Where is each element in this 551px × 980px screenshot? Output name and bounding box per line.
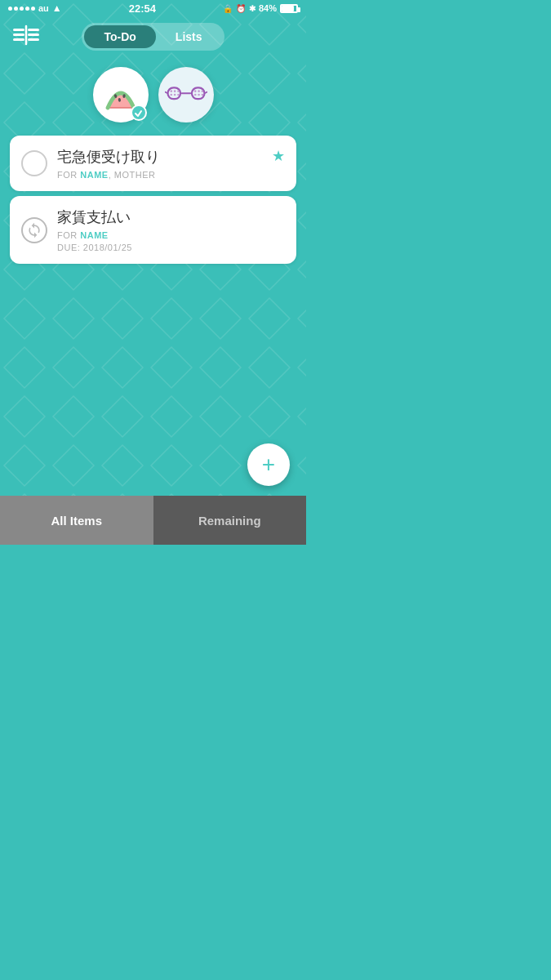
due-label-2: DUE:	[57, 243, 80, 252]
add-button[interactable]: +	[247, 443, 290, 486]
svg-point-20	[177, 94, 180, 96]
task-due-2: DUE: 2018/01/25	[57, 243, 285, 252]
svg-rect-13	[167, 87, 180, 99]
battery-icon	[280, 4, 298, 13]
avatar-sunglasses[interactable]	[158, 67, 214, 122]
status-left: au ▲	[8, 2, 62, 14]
svg-rect-14	[191, 87, 204, 99]
tab-todo[interactable]: To-Do	[84, 25, 155, 48]
svg-point-15	[170, 90, 172, 92]
task-header-1: 宅急便受け取り FOR Name, Mother	[21, 147, 285, 180]
svg-rect-6	[28, 29, 39, 31]
svg-rect-3	[13, 33, 24, 36]
tab-toggle: To-Do Lists	[82, 23, 224, 51]
bluetooth-icon: ✱	[249, 4, 256, 13]
task-list: 宅急便受け取り FOR Name, Mother ★	[0, 129, 306, 270]
task-item-1[interactable]: 宅急便受け取り FOR Name, Mother ★	[10, 136, 296, 191]
bottom-bar: All Items Remaining	[0, 496, 306, 545]
svg-rect-2	[13, 29, 24, 31]
status-bar: au ▲ 22:54 🔒 ⏰ ✱ 84%	[0, 0, 306, 16]
tab-lists[interactable]: Lists	[156, 25, 222, 48]
task-title-2: 家賃支払い	[57, 207, 285, 227]
svg-point-18	[170, 94, 172, 96]
svg-point-24	[193, 94, 196, 96]
bottom-tab-remaining[interactable]: Remaining	[153, 496, 307, 545]
task-item-2[interactable]: 家賃支払い FOR Name DUE: 2018/01/25	[10, 196, 296, 264]
task-for-2: FOR Name	[57, 230, 285, 240]
svg-point-22	[198, 90, 200, 92]
bottom-tab-all[interactable]: All Items	[0, 496, 153, 545]
clock: 22:54	[129, 2, 156, 15]
avatar-row	[0, 57, 306, 129]
for-label-1: FOR	[57, 170, 78, 180]
avatar-circle-sunglasses	[158, 67, 214, 122]
status-right: 🔒 ⏰ ✱ 84%	[223, 3, 298, 13]
svg-point-25	[198, 94, 200, 96]
add-icon: +	[262, 452, 275, 478]
alarm-icon: ⏰	[236, 4, 246, 13]
task-for-1: FOR Name, Mother	[57, 170, 285, 180]
battery-label: 84%	[259, 3, 277, 13]
task-checkbox-2[interactable]	[21, 217, 47, 243]
wifi-icon: ▲	[52, 2, 62, 14]
header: To-Do Lists	[0, 16, 306, 57]
for-name-2: Name	[80, 230, 108, 240]
for-label-2: FOR	[57, 230, 78, 240]
for-extra-1: , Mother	[109, 170, 156, 180]
task-title-1: 宅急便受け取り	[57, 147, 285, 167]
app-logo	[13, 24, 42, 51]
signal-dots	[8, 7, 35, 11]
lock-icon: 🔒	[223, 4, 233, 13]
svg-rect-7	[28, 33, 39, 36]
task-content-2: 家賃支払い FOR Name DUE: 2018/01/25	[57, 207, 285, 252]
all-items-label: All Items	[51, 514, 102, 528]
svg-rect-4	[13, 38, 24, 41]
svg-point-26	[201, 94, 203, 96]
remaining-label: Remaining	[198, 514, 261, 528]
for-name-1: Name	[80, 170, 108, 180]
task-header-2: 家賃支払い FOR Name DUE: 2018/01/25	[21, 207, 285, 252]
svg-point-19	[173, 94, 176, 96]
due-date-2: 2018/01/25	[83, 243, 132, 252]
carrier-label: au	[38, 3, 49, 13]
avatar-watermelon[interactable]	[93, 67, 149, 122]
svg-point-21	[193, 90, 196, 92]
svg-rect-8	[28, 38, 39, 41]
task-content-1: 宅急便受け取り FOR Name, Mother	[57, 147, 285, 180]
svg-point-23	[201, 90, 203, 92]
task-checkbox-1[interactable]	[21, 150, 47, 176]
avatar-check-badge	[131, 105, 147, 121]
star-icon-1: ★	[272, 147, 285, 165]
svg-point-17	[177, 90, 180, 92]
svg-point-16	[173, 90, 176, 92]
